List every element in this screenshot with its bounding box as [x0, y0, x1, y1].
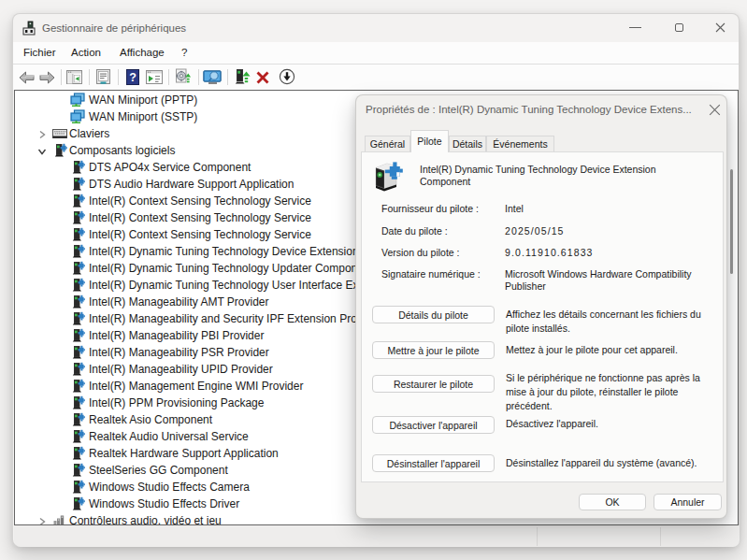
svg-text:?: ?	[129, 71, 136, 84]
